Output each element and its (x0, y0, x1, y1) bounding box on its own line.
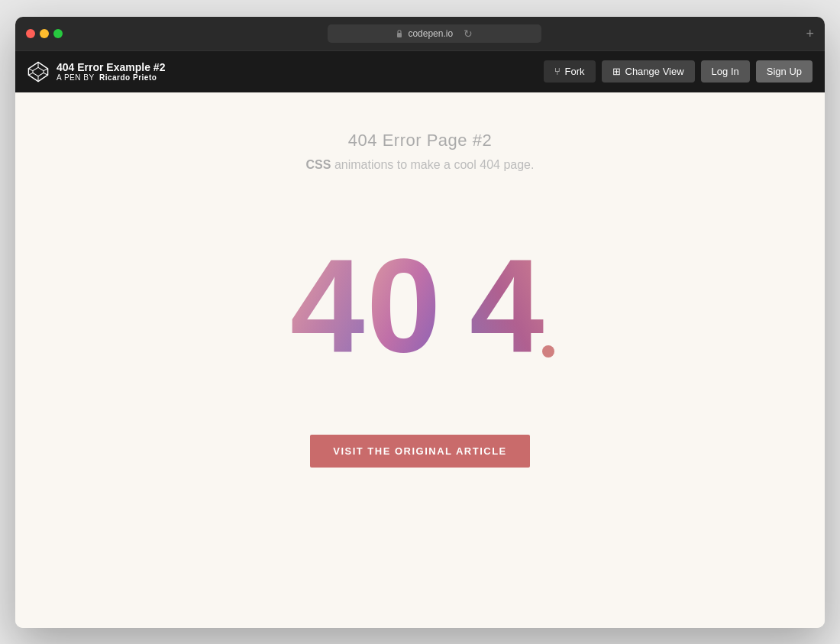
signup-label: Sign Up (767, 66, 802, 77)
svg-text:4: 4 (470, 231, 544, 371)
browser-titlebar: codepen.io ↻ + (15, 17, 825, 50)
browser-window: codepen.io ↻ + 404 E (15, 17, 825, 628)
svg-text:0: 0 (367, 231, 441, 371)
error-code-svg: 4 0 4 (275, 218, 565, 371)
login-label: Log In (712, 66, 739, 77)
minimize-button[interactable] (40, 29, 49, 38)
address-bar-inner[interactable]: codepen.io ↻ (328, 24, 541, 43)
change-view-icon: ⊞ (612, 66, 621, 77)
maximize-button[interactable] (53, 29, 63, 38)
change-view-label: Change View (625, 66, 684, 77)
svg-line-8 (28, 73, 33, 75)
pen-info: 404 Error Example #2 A PEN BY Ricardo Pr… (27, 61, 165, 83)
page-content: 404 Error Page #2 CSS animations to make… (15, 92, 825, 628)
svg-line-6 (28, 68, 33, 70)
refresh-button[interactable]: ↻ (464, 28, 473, 40)
signup-button[interactable]: Sign Up (756, 60, 813, 83)
svg-line-7 (44, 73, 48, 75)
error-404-graphic: 4 0 4 (275, 218, 565, 374)
address-bar: codepen.io ↻ (115, 24, 754, 43)
svg-rect-0 (397, 33, 402, 37)
close-button[interactable] (26, 29, 35, 38)
fork-label: Fork (565, 66, 585, 77)
pen-title: 404 Error Example #2 (57, 61, 165, 73)
svg-point-12 (542, 345, 554, 358)
pen-label: A PEN BY (57, 73, 94, 82)
new-tab-button[interactable]: + (806, 27, 814, 40)
subtitle-text: animations to make a cool 404 page. (331, 158, 534, 171)
lock-icon (396, 29, 403, 38)
nav-actions: ⑂ Fork ⊞ Change View Log In Sign Up (544, 60, 813, 83)
pen-author-line: A PEN BY Ricardo Prieto (57, 73, 165, 82)
subtitle-css: CSS (306, 158, 331, 171)
svg-marker-2 (33, 67, 44, 76)
fork-button[interactable]: ⑂ Fork (544, 60, 596, 83)
svg-text:4: 4 (290, 231, 364, 371)
pen-author-name: Ricardo Prieto (99, 73, 157, 82)
codepen-navbar: 404 Error Example #2 A PEN BY Ricardo Pr… (15, 50, 825, 92)
login-button[interactable]: Log In (701, 60, 750, 83)
browser-chrome: codepen.io ↻ + 404 E (15, 17, 825, 92)
fork-icon: ⑂ (554, 66, 561, 77)
traffic-lights (26, 29, 63, 38)
address-text: codepen.io (408, 28, 453, 39)
svg-line-5 (44, 68, 48, 70)
change-view-button[interactable]: ⊞ Change View (602, 60, 695, 83)
page-subtitle: CSS animations to make a cool 404 page. (306, 158, 535, 172)
codepen-logo-icon (27, 61, 49, 83)
visit-article-button[interactable]: VISIT THE ORIGINAL ARTICLE (310, 435, 530, 468)
pen-title-block: 404 Error Example #2 A PEN BY Ricardo Pr… (57, 61, 165, 82)
page-title: 404 Error Page #2 (348, 131, 492, 150)
